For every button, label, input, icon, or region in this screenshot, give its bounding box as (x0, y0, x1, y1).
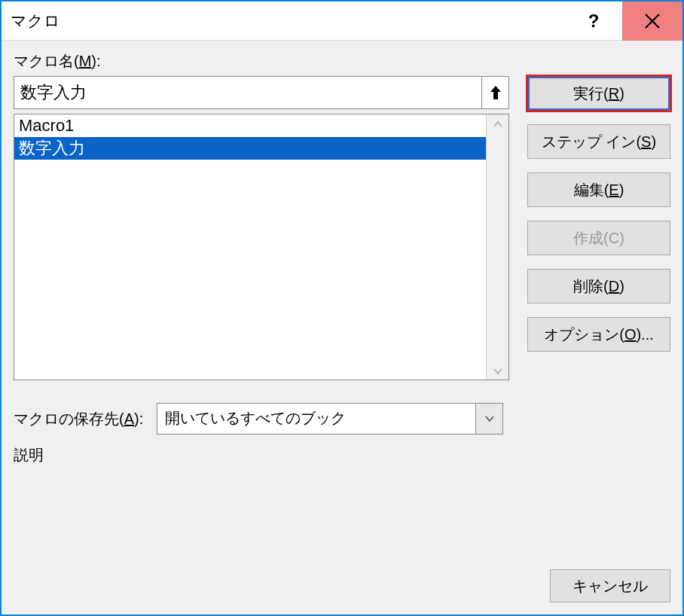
list-item[interactable]: Macro1 (14, 114, 486, 137)
close-button[interactable] (622, 2, 682, 41)
description-label: 説明 (14, 445, 670, 465)
help-button[interactable]: ? (565, 2, 622, 41)
scroll-down-icon[interactable] (493, 364, 502, 377)
delete-button[interactable]: 削除(D) (527, 269, 670, 303)
right-column: 実行(R) ステップ イン(S) 編集(E) 作成(C) 削除(D) オプション… (527, 76, 670, 352)
save-location-label: マクロの保存先(A): (14, 409, 143, 429)
help-icon: ? (588, 11, 600, 32)
macro-dialog: マクロ ? マクロ名(M): (0, 0, 684, 616)
macro-list-items: Macro1 数字入力 (14, 114, 486, 380)
create-button: 作成(C) (527, 221, 670, 255)
dialog-body: マクロ名(M): Macro1 数字入力 (2, 41, 682, 614)
run-button[interactable]: 実行(R) (527, 76, 670, 111)
dropdown-button[interactable] (475, 404, 502, 434)
main-row: Macro1 数字入力 実行(R) (14, 76, 670, 380)
macro-list: Macro1 数字入力 (14, 114, 509, 380)
save-location-row: マクロの保存先(A): 開いているすべてのブック (14, 403, 670, 435)
left-column: Macro1 数字入力 (14, 76, 509, 380)
dialog-title: マクロ (2, 11, 565, 32)
step-in-button[interactable]: ステップ イン(S) (527, 124, 670, 159)
scroll-up-icon[interactable] (493, 117, 502, 130)
save-location-value: 開いているすべてのブック (157, 404, 475, 434)
list-item[interactable]: 数字入力 (14, 137, 486, 160)
bottom-row: キャンセル (14, 539, 670, 602)
chevron-down-icon (484, 415, 495, 422)
close-icon (643, 11, 662, 31)
edit-button[interactable]: 編集(E) (527, 172, 670, 207)
scrollbar[interactable] (486, 114, 508, 380)
titlebar: マクロ ? (2, 2, 682, 41)
macro-name-input[interactable] (14, 77, 481, 108)
options-button[interactable]: オプション(O)... (527, 317, 670, 352)
arrow-up-icon (488, 84, 503, 102)
save-location-select[interactable]: 開いているすべてのブック (157, 403, 503, 435)
reference-edit-button[interactable] (481, 77, 508, 108)
cancel-button[interactable]: キャンセル (550, 569, 670, 602)
macro-name-input-wrap (14, 76, 509, 109)
macro-name-label: マクロ名(M): (14, 51, 670, 72)
